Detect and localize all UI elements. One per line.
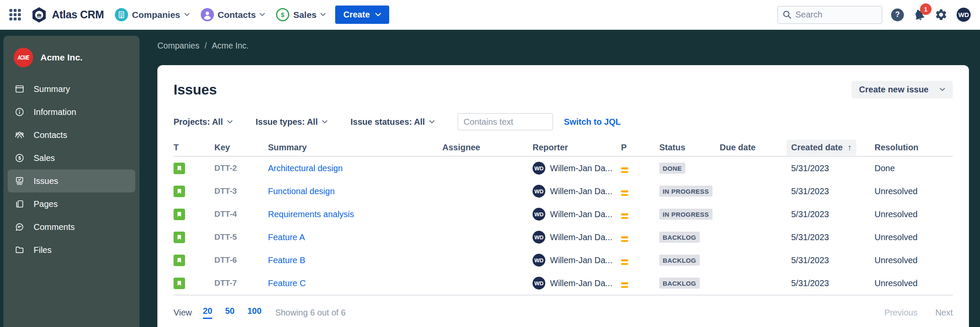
resolution-cell: Unresolved — [875, 278, 953, 288]
notification-badge: 1 — [920, 3, 932, 15]
sidebar-item[interactable]: Files — [8, 238, 135, 261]
sidebar-item[interactable]: Pages — [8, 192, 135, 215]
sidebar-item-icon — [14, 199, 25, 209]
page-size-option[interactable]: 100 — [248, 306, 262, 319]
top-nav-item[interactable]: Contacts — [201, 8, 265, 21]
atlas-crm-hexagon-icon — [31, 7, 47, 23]
story-type-icon — [174, 186, 185, 197]
table-row: DTT-2 Architectural design WD Willem-Jan… — [174, 157, 953, 180]
story-type-icon — [174, 232, 185, 243]
column-header[interactable]: Status — [659, 143, 720, 152]
issue-summary-link[interactable]: Feature C — [268, 278, 306, 288]
previous-page-link[interactable]: Previous — [884, 308, 917, 318]
priority-medium-icon — [621, 213, 628, 219]
company-sidebar: ACME Acme Inc. Summary Information Conta… — [3, 36, 140, 327]
issue-summary-link[interactable]: Feature B — [268, 255, 305, 265]
breadcrumb-companies[interactable]: Companies — [157, 41, 199, 51]
sidebar-item-icon — [14, 84, 25, 94]
resolution-cell: Unresolved — [875, 186, 953, 196]
priority-medium-icon — [621, 236, 628, 242]
top-nav-item[interactable]: Companies — [115, 8, 189, 21]
top-app-bar: Atlas CRM Companies Contacts $ Sales Cre… — [0, 0, 980, 30]
reporter-cell: WD Willem-Jan Da... — [533, 162, 621, 175]
priority-medium-icon — [621, 282, 628, 288]
search-input[interactable] — [795, 10, 872, 20]
page-size-option[interactable]: 50 — [225, 306, 234, 319]
notifications-bell-icon[interactable]: 1 — [913, 9, 926, 21]
resolution-cell: Unresolved — [875, 232, 953, 242]
sidebar-item-label: Issues — [34, 176, 58, 186]
column-header[interactable]: P — [621, 143, 659, 152]
issue-key: DTT-6 — [214, 255, 268, 265]
company-logo: ACME — [14, 48, 33, 67]
app-switcher-icon[interactable] — [9, 9, 21, 21]
issue-key: DTT-3 — [214, 186, 268, 196]
column-header[interactable]: Key — [214, 143, 268, 152]
page-size-option[interactable]: 20 — [203, 306, 212, 319]
next-page-link[interactable]: Next — [935, 308, 953, 318]
user-avatar[interactable]: WD — [957, 8, 971, 22]
chevron-down-icon — [375, 13, 381, 17]
showing-count: Showing 6 out of 6 — [275, 308, 346, 318]
sidebar-item[interactable]: Information — [8, 100, 135, 123]
svg-text:$: $ — [18, 155, 21, 161]
create-button[interactable]: Create — [335, 6, 389, 24]
settings-gear-icon[interactable] — [934, 8, 948, 21]
pagination-bar: View 2050100 Showing 6 out of 6 Previous… — [174, 306, 953, 319]
status-badge: IN PROGRESS — [659, 186, 712, 197]
sidebar-item[interactable]: Comments — [8, 215, 135, 238]
sidebar-item-icon — [14, 176, 25, 186]
column-header[interactable]: Assignee — [442, 143, 533, 152]
created-date-cell: 5/31/2023 — [791, 186, 875, 196]
gear-icon — [934, 8, 948, 21]
reporter-avatar: WD — [533, 162, 545, 175]
projects-filter-dropdown[interactable]: Projects: All — [174, 117, 233, 127]
sidebar-item[interactable]: $ Sales — [8, 146, 135, 169]
sidebar-company-header: ACME Acme Inc. — [8, 48, 135, 67]
status-badge: BACKLOG — [659, 232, 700, 243]
column-header[interactable]: Due date — [720, 143, 791, 152]
column-header[interactable]: Resolution — [875, 143, 953, 152]
sidebar-item[interactable]: Contacts — [8, 123, 135, 146]
nav-item-label: Contacts — [218, 10, 256, 20]
column-header[interactable]: T — [174, 143, 214, 152]
atlas-crm-logo[interactable]: Atlas CRM — [31, 7, 104, 23]
column-header[interactable]: Summary — [268, 143, 442, 152]
reporter-avatar: WD — [533, 277, 545, 290]
create-new-issue-button[interactable]: Create new issue — [852, 81, 953, 98]
sidebar-item[interactable]: Issues — [8, 169, 135, 192]
issue-statuses-filter-dropdown[interactable]: Issue statuses: All — [350, 117, 435, 127]
column-header[interactable]: Reporter — [533, 143, 621, 152]
topbar-right-cluster: ? 1 WD — [778, 6, 971, 24]
story-type-icon — [174, 255, 185, 266]
issue-statuses-filter-label: Issue statuses: All — [350, 117, 425, 127]
switch-to-jql-link[interactable]: Switch to JQL — [564, 117, 621, 127]
chevron-down-icon — [184, 13, 190, 17]
top-nav-item[interactable]: $ Sales — [276, 8, 326, 21]
column-header[interactable]: Created date↑ — [791, 140, 875, 155]
issue-types-filter-dropdown[interactable]: Issue types: All — [256, 117, 328, 127]
help-icon[interactable]: ? — [891, 9, 904, 21]
breadcrumb: Companies / Acme Inc. — [157, 41, 249, 51]
sidebar-item[interactable]: Summary — [8, 77, 135, 100]
breadcrumb-current-company[interactable]: Acme Inc. — [212, 41, 249, 51]
sidebar-navigation: Summary Information Contacts $ Sales Iss… — [8, 77, 135, 261]
contains-text-input[interactable] — [458, 113, 553, 130]
issue-summary-link[interactable]: Functional design — [268, 186, 335, 196]
nav-item-label: Sales — [293, 10, 316, 20]
company-name: Acme Inc. — [40, 52, 83, 63]
status-badge: DONE — [659, 163, 685, 174]
issue-summary-link[interactable]: Requirements analysis — [268, 209, 354, 219]
sort-ascending-icon[interactable]: ↑ — [847, 143, 852, 152]
chevron-down-icon — [320, 13, 326, 17]
sidebar-item-label: Contacts — [34, 130, 67, 140]
issue-summary-link[interactable]: Feature A — [268, 232, 305, 242]
page-title: Issues — [174, 82, 217, 98]
issue-types-filter-label: Issue types: All — [256, 117, 318, 127]
created-date-cell: 5/31/2023 — [791, 232, 875, 242]
global-search[interactable] — [778, 6, 882, 24]
reporter-name: Willem-Jan Da... — [550, 209, 612, 219]
issue-summary-link[interactable]: Architectural design — [268, 164, 343, 173]
issue-key: DTT-4 — [214, 209, 268, 219]
table-row: DTT-7 Feature C WD Willem-Jan Da... BACK… — [174, 272, 953, 295]
